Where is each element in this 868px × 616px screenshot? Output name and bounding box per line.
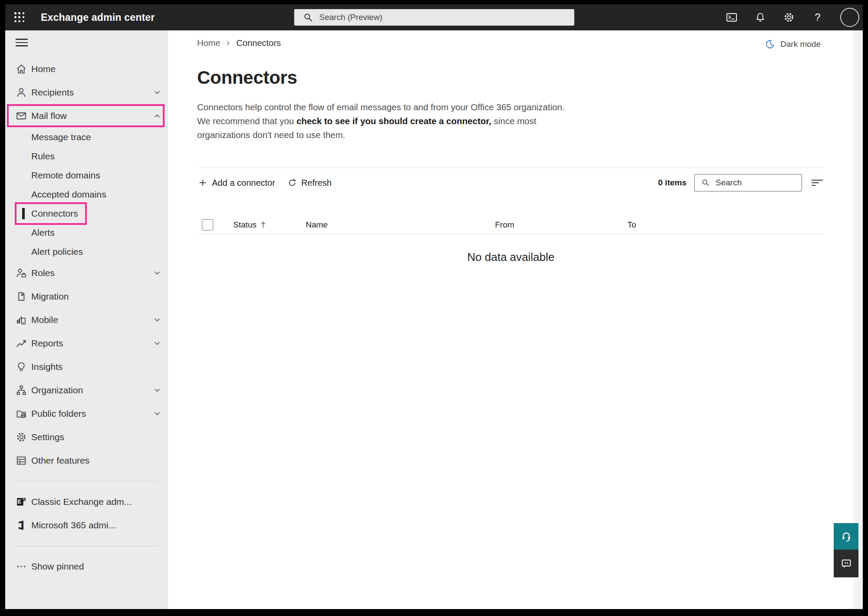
- sidebar-item-roles[interactable]: Roles: [5, 261, 168, 285]
- gear-icon: [783, 11, 795, 23]
- sidebar-item-settings[interactable]: Settings: [5, 425, 168, 449]
- add-connector-label: Add a connector: [212, 178, 275, 188]
- add-connector-button[interactable]: Add a connector: [197, 175, 276, 191]
- settings-button[interactable]: [781, 10, 797, 25]
- microsoft-365-logo-icon: [15, 519, 28, 532]
- home-icon: [15, 63, 28, 76]
- sidebar-item-label: Home: [31, 64, 56, 74]
- sidebar-item-label: Rules: [31, 151, 55, 161]
- sidebar-item-rules[interactable]: Rules: [5, 147, 168, 166]
- sidebar-item-mobile[interactable]: Mobile: [5, 308, 168, 332]
- sidebar-item-organization[interactable]: Organization: [5, 379, 168, 402]
- sidebar-item-label: Public folders: [31, 408, 86, 419]
- sidebar-item-label: Connectors: [31, 208, 78, 219]
- select-all-checkbox[interactable]: [202, 219, 213, 231]
- sidebar-item-label: Mail flow: [31, 111, 67, 121]
- org-chart-icon: [15, 384, 28, 397]
- sidebar-item-reports[interactable]: Reports: [5, 332, 168, 355]
- notifications-button[interactable]: [752, 10, 768, 25]
- svg-text:E: E: [17, 499, 21, 505]
- migration-icon: [15, 290, 28, 303]
- sidebar-item-accepted-domains[interactable]: Accepted domains: [5, 185, 168, 204]
- section-divider: [197, 168, 825, 168]
- sidebar-item-mail-flow[interactable]: Mail flow: [5, 104, 168, 128]
- sidebar-item-label: Accepted domains: [31, 189, 106, 200]
- roles-icon: [15, 267, 28, 280]
- gear-icon: [15, 431, 28, 444]
- exchange-admin-center-window: Exchange admin center Search (Preview): [0, 0, 868, 616]
- bell-icon: [755, 12, 766, 23]
- column-label: Status: [233, 220, 257, 230]
- column-header-from[interactable]: From: [495, 220, 627, 230]
- sidebar-item-microsoft-365-admin[interactable]: Microsoft 365 admi...: [5, 514, 168, 537]
- question-mark-icon: ?: [815, 11, 820, 23]
- sidebar-item-other-features[interactable]: Other features: [5, 449, 168, 472]
- page-title: Connectors: [197, 67, 825, 88]
- line-chart-icon: [15, 337, 28, 350]
- plus-icon: [198, 178, 208, 188]
- app-title: Exchange admin center: [41, 12, 155, 23]
- refresh-label: Refresh: [301, 178, 332, 188]
- envelope-icon: [15, 109, 28, 122]
- chevron-down-icon: [153, 339, 161, 347]
- help-button[interactable]: ?: [810, 10, 825, 25]
- ellipsis-icon: [15, 560, 28, 573]
- sidebar-item-remote-domains[interactable]: Remote domains: [5, 166, 168, 185]
- sidebar-divider: [15, 481, 158, 481]
- account-avatar[interactable]: [840, 8, 859, 27]
- sidebar-item-migration[interactable]: Migration: [5, 285, 168, 308]
- sort-ascending-icon: [260, 221, 266, 229]
- chevron-down-icon: [153, 316, 161, 324]
- sidebar-item-public-folders[interactable]: Public folders: [5, 402, 168, 425]
- floating-action-buttons: [834, 523, 858, 577]
- terminal-icon: [726, 11, 738, 23]
- sidebar-item-label: Other features: [31, 455, 89, 466]
- column-label: Name: [306, 220, 328, 230]
- headset-icon: [840, 530, 853, 543]
- sidebar-item-alerts[interactable]: Alerts: [5, 223, 168, 242]
- cloud-shell-button[interactable]: [724, 10, 739, 25]
- sidebar-item-home[interactable]: Home: [5, 57, 168, 81]
- sidebar-item-classic-exchange-admin[interactable]: E Classic Exchange adm...: [5, 490, 168, 514]
- sidebar-item-label: Settings: [31, 432, 64, 442]
- column-header-status[interactable]: Status: [233, 220, 306, 230]
- items-count: 0 items: [658, 178, 686, 188]
- column-label: To: [627, 220, 636, 230]
- sidebar-item-insights[interactable]: Insights: [5, 355, 168, 379]
- chevron-down-icon: [153, 89, 161, 96]
- chevron-right-icon: [225, 40, 231, 46]
- app-launcher-button[interactable]: [10, 7, 30, 27]
- breadcrumb-current: Connectors: [236, 38, 281, 48]
- list-search-input[interactable]: Search: [694, 174, 802, 191]
- sidebar-item-label: Mobile: [31, 315, 58, 325]
- chevron-up-icon: [153, 112, 161, 120]
- breadcrumb: Home Connectors: [197, 38, 825, 48]
- sidebar-item-label: Organization: [31, 385, 83, 395]
- column-header-to[interactable]: To: [627, 220, 825, 230]
- feedback-button[interactable]: [834, 550, 858, 577]
- search-icon: [701, 178, 710, 188]
- breadcrumb-home-link[interactable]: Home: [197, 38, 220, 48]
- description-emphasis: check to see if you should create a conn…: [297, 116, 492, 126]
- filter-button[interactable]: [810, 175, 825, 190]
- dark-mode-toggle[interactable]: Dark mode: [765, 39, 821, 49]
- chevron-down-icon: [153, 386, 161, 394]
- global-search-input[interactable]: Search (Preview): [294, 9, 574, 26]
- main-content: Home Connectors Dark mode Connectors Con…: [168, 30, 863, 609]
- table-header-row: Status Name From To: [197, 215, 825, 235]
- support-button[interactable]: [834, 523, 858, 550]
- sidebar-item-show-pinned[interactable]: Show pinned: [5, 555, 168, 578]
- refresh-icon: [287, 178, 297, 188]
- person-icon: [15, 86, 28, 99]
- column-label: From: [495, 220, 514, 230]
- sidebar-item-alert-policies[interactable]: Alert policies: [5, 242, 168, 261]
- nav-collapse-button[interactable]: [16, 37, 29, 48]
- sidebar-item-connectors[interactable]: Connectors: [5, 204, 168, 223]
- column-header-name[interactable]: Name: [306, 220, 495, 230]
- sidebar-item-message-trace[interactable]: Message trace: [5, 128, 168, 147]
- sidebar-item-recipients[interactable]: Recipients: [5, 81, 168, 104]
- page-description: Connectors help control the flow of emai…: [197, 100, 571, 142]
- refresh-button[interactable]: Refresh: [287, 175, 333, 191]
- lightbulb-icon: [15, 360, 28, 373]
- public-folder-icon: [15, 407, 28, 420]
